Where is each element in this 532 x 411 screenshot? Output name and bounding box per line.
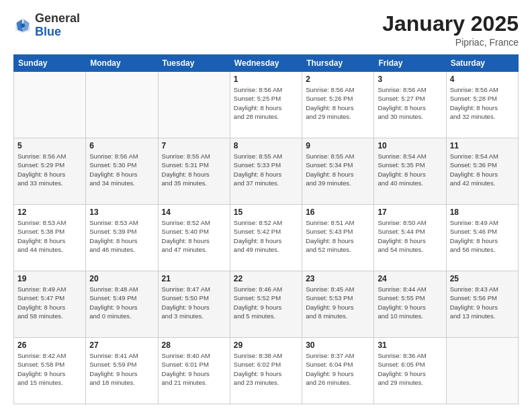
col-tuesday: Tuesday <box>158 55 230 72</box>
day-number: 31 <box>378 340 442 350</box>
day-info: Sunrise: 8:55 AM Sunset: 5:34 PM Dayligh… <box>306 152 370 187</box>
col-monday: Monday <box>86 55 158 72</box>
day-number: 10 <box>378 141 442 150</box>
table-row: 6Sunrise: 8:56 AM Sunset: 5:30 PM Daylig… <box>86 138 158 205</box>
day-info: Sunrise: 8:41 AM Sunset: 5:59 PM Dayligh… <box>89 351 154 387</box>
logo-icon <box>13 16 32 35</box>
day-number: 11 <box>450 141 515 150</box>
table-row: 25Sunrise: 8:43 AM Sunset: 5:56 PM Dayli… <box>446 271 518 338</box>
logo-general: General <box>35 11 80 25</box>
calendar-week-row: 1Sunrise: 8:56 AM Sunset: 5:25 PM Daylig… <box>14 72 519 138</box>
calendar-week-row: 12Sunrise: 8:53 AM Sunset: 5:38 PM Dayli… <box>14 205 519 271</box>
day-info: Sunrise: 8:56 AM Sunset: 5:27 PM Dayligh… <box>378 85 442 121</box>
day-info: Sunrise: 8:56 AM Sunset: 5:28 PM Dayligh… <box>450 85 515 121</box>
table-row: 15Sunrise: 8:52 AM Sunset: 5:42 PM Dayli… <box>230 205 302 271</box>
page: General Blue January 2025 Pipriac, Franc… <box>0 0 532 411</box>
day-number: 15 <box>234 208 298 217</box>
table-row: 1Sunrise: 8:56 AM Sunset: 5:25 PM Daylig… <box>230 72 302 138</box>
calendar-header-row: Sunday Monday Tuesday Wednesday Thursday… <box>14 55 519 72</box>
day-info: Sunrise: 8:56 AM Sunset: 5:25 PM Dayligh… <box>234 85 298 121</box>
table-row: 10Sunrise: 8:54 AM Sunset: 5:35 PM Dayli… <box>374 138 446 205</box>
day-info: Sunrise: 8:46 AM Sunset: 5:52 PM Dayligh… <box>234 285 298 320</box>
logo-blue: Blue <box>35 25 61 38</box>
logo: General Blue <box>13 12 80 39</box>
table-row: 19Sunrise: 8:49 AM Sunset: 5:47 PM Dayli… <box>14 271 86 338</box>
day-number: 4 <box>450 75 515 84</box>
calendar-week-row: 19Sunrise: 8:49 AM Sunset: 5:47 PM Dayli… <box>14 271 519 338</box>
header: General Blue January 2025 Pipriac, Franc… <box>13 12 519 48</box>
day-number: 26 <box>17 340 82 350</box>
table-row <box>14 72 86 138</box>
table-row <box>86 72 158 138</box>
day-info: Sunrise: 8:48 AM Sunset: 5:49 PM Dayligh… <box>89 285 154 320</box>
table-row: 20Sunrise: 8:48 AM Sunset: 5:49 PM Dayli… <box>86 271 158 338</box>
day-info: Sunrise: 8:47 AM Sunset: 5:50 PM Dayligh… <box>162 285 226 320</box>
location: Pipriac, France <box>382 37 519 48</box>
table-row: 24Sunrise: 8:44 AM Sunset: 5:55 PM Dayli… <box>374 271 446 338</box>
day-number: 16 <box>306 208 370 217</box>
day-number: 5 <box>17 141 82 150</box>
table-row: 30Sunrise: 8:37 AM Sunset: 6:04 PM Dayli… <box>302 338 374 404</box>
day-number: 14 <box>162 208 226 217</box>
table-row: 18Sunrise: 8:49 AM Sunset: 5:46 PM Dayli… <box>446 205 518 271</box>
day-number: 18 <box>450 208 515 217</box>
table-row: 28Sunrise: 8:40 AM Sunset: 6:01 PM Dayli… <box>158 338 230 404</box>
table-row: 11Sunrise: 8:54 AM Sunset: 5:36 PM Dayli… <box>446 138 518 205</box>
day-info: Sunrise: 8:53 AM Sunset: 5:39 PM Dayligh… <box>89 218 154 254</box>
day-info: Sunrise: 8:56 AM Sunset: 5:26 PM Dayligh… <box>306 85 370 121</box>
day-number: 20 <box>89 274 154 283</box>
day-number: 28 <box>162 340 226 350</box>
table-row: 14Sunrise: 8:52 AM Sunset: 5:40 PM Dayli… <box>158 205 230 271</box>
col-thursday: Thursday <box>302 55 374 72</box>
day-info: Sunrise: 8:56 AM Sunset: 5:29 PM Dayligh… <box>17 152 82 187</box>
table-row: 7Sunrise: 8:55 AM Sunset: 5:31 PM Daylig… <box>158 138 230 205</box>
table-row: 26Sunrise: 8:42 AM Sunset: 5:58 PM Dayli… <box>14 338 86 404</box>
day-number: 2 <box>306 75 370 84</box>
day-info: Sunrise: 8:49 AM Sunset: 5:46 PM Dayligh… <box>450 218 515 254</box>
table-row: 22Sunrise: 8:46 AM Sunset: 5:52 PM Dayli… <box>230 271 302 338</box>
month-title: January 2025 <box>382 12 519 36</box>
day-info: Sunrise: 8:49 AM Sunset: 5:47 PM Dayligh… <box>17 285 82 320</box>
table-row: 17Sunrise: 8:50 AM Sunset: 5:44 PM Dayli… <box>374 205 446 271</box>
day-info: Sunrise: 8:40 AM Sunset: 6:01 PM Dayligh… <box>162 351 226 387</box>
table-row: 4Sunrise: 8:56 AM Sunset: 5:28 PM Daylig… <box>446 72 518 138</box>
day-number: 27 <box>89 340 154 350</box>
day-info: Sunrise: 8:54 AM Sunset: 5:36 PM Dayligh… <box>450 152 515 187</box>
day-info: Sunrise: 8:38 AM Sunset: 6:02 PM Dayligh… <box>234 351 298 387</box>
day-info: Sunrise: 8:52 AM Sunset: 5:40 PM Dayligh… <box>162 218 226 254</box>
day-number: 21 <box>162 274 226 283</box>
table-row: 5Sunrise: 8:56 AM Sunset: 5:29 PM Daylig… <box>14 138 86 205</box>
day-info: Sunrise: 8:55 AM Sunset: 5:31 PM Dayligh… <box>162 152 226 187</box>
table-row: 3Sunrise: 8:56 AM Sunset: 5:27 PM Daylig… <box>374 72 446 138</box>
col-saturday: Saturday <box>446 55 518 72</box>
day-number: 3 <box>378 75 442 84</box>
day-info: Sunrise: 8:43 AM Sunset: 5:56 PM Dayligh… <box>450 285 515 320</box>
day-info: Sunrise: 8:55 AM Sunset: 5:33 PM Dayligh… <box>234 152 298 187</box>
table-row <box>158 72 230 138</box>
table-row: 29Sunrise: 8:38 AM Sunset: 6:02 PM Dayli… <box>230 338 302 404</box>
day-info: Sunrise: 8:45 AM Sunset: 5:53 PM Dayligh… <box>306 285 370 320</box>
day-number: 23 <box>306 274 370 283</box>
day-number: 1 <box>234 75 298 84</box>
day-number: 24 <box>378 274 442 283</box>
day-number: 30 <box>306 340 370 350</box>
table-row: 12Sunrise: 8:53 AM Sunset: 5:38 PM Dayli… <box>14 205 86 271</box>
table-row: 8Sunrise: 8:55 AM Sunset: 5:33 PM Daylig… <box>230 138 302 205</box>
table-row: 27Sunrise: 8:41 AM Sunset: 5:59 PM Dayli… <box>86 338 158 404</box>
day-info: Sunrise: 8:37 AM Sunset: 6:04 PM Dayligh… <box>306 351 370 387</box>
day-info: Sunrise: 8:54 AM Sunset: 5:35 PM Dayligh… <box>378 152 442 187</box>
table-row: 16Sunrise: 8:51 AM Sunset: 5:43 PM Dayli… <box>302 205 374 271</box>
col-sunday: Sunday <box>14 55 86 72</box>
table-row: 2Sunrise: 8:56 AM Sunset: 5:26 PM Daylig… <box>302 72 374 138</box>
day-info: Sunrise: 8:44 AM Sunset: 5:55 PM Dayligh… <box>378 285 442 320</box>
day-number: 29 <box>234 340 298 350</box>
day-number: 13 <box>89 208 154 217</box>
svg-point-3 <box>21 24 25 28</box>
title-block: January 2025 Pipriac, France <box>382 12 519 48</box>
day-number: 22 <box>234 274 298 283</box>
table-row: 23Sunrise: 8:45 AM Sunset: 5:53 PM Dayli… <box>302 271 374 338</box>
day-number: 6 <box>89 141 154 150</box>
day-info: Sunrise: 8:42 AM Sunset: 5:58 PM Dayligh… <box>17 351 82 387</box>
day-number: 25 <box>450 274 515 283</box>
table-row <box>446 338 518 404</box>
